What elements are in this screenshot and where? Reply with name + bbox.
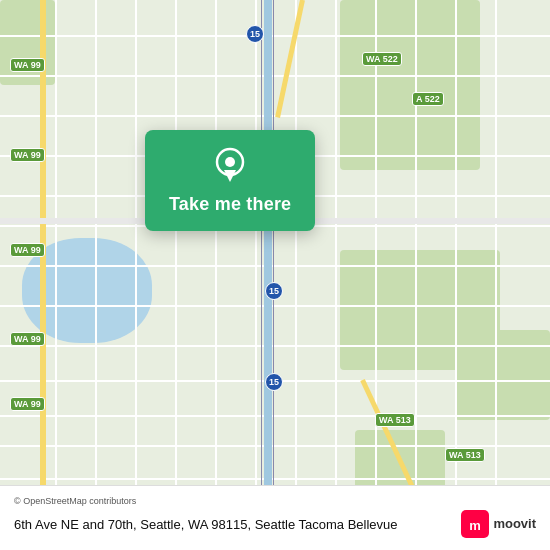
- location-card: Take me there: [145, 130, 315, 231]
- road: [455, 0, 457, 550]
- wa99-shield-5: WA 99: [10, 397, 45, 411]
- road: [273, 0, 274, 550]
- park-area: [0, 0, 55, 85]
- road: [495, 0, 497, 550]
- road: [335, 0, 337, 550]
- park-area: [340, 0, 480, 170]
- i5-shield-bottom: 15: [265, 373, 283, 391]
- i5-interstate: [264, 0, 272, 550]
- road: [175, 0, 177, 550]
- bottom-bar: © OpenStreetMap contributors 6th Ave NE …: [0, 485, 550, 550]
- road: [0, 415, 550, 417]
- attribution-text: © OpenStreetMap contributors: [14, 496, 536, 506]
- wa513-shield-1: WA 513: [375, 413, 415, 427]
- map-container: WA 99 WA 99 WA 99 WA 99 WA 99 WA 522 A 5…: [0, 0, 550, 550]
- address-row: 6th Ave NE and 70th, Seattle, WA 98115, …: [14, 510, 536, 538]
- wa513-shield-2: WA 513: [445, 448, 485, 462]
- road: [0, 345, 550, 347]
- road: [295, 0, 297, 550]
- park-area: [455, 330, 550, 420]
- wa99-shield-3: WA 99: [10, 243, 45, 257]
- road: [95, 0, 97, 550]
- i5-shield-mid: 15: [265, 282, 283, 300]
- svg-marker-2: [224, 170, 236, 182]
- road: [0, 75, 550, 77]
- svg-point-1: [225, 157, 235, 167]
- wa99-highway: [40, 0, 46, 550]
- moovit-label: moovit: [493, 517, 536, 531]
- map-pin-icon: [210, 146, 250, 186]
- wa522-shield-1: WA 522: [362, 52, 402, 66]
- moovit-icon: m: [461, 510, 489, 538]
- i5-shield-top: 15: [246, 25, 264, 43]
- road: [215, 0, 217, 550]
- wa522-highway: [275, 0, 305, 118]
- road: [135, 0, 137, 550]
- road: [375, 0, 377, 550]
- road: [261, 0, 262, 550]
- road: [0, 35, 550, 37]
- wa99-shield-1: WA 99: [10, 58, 45, 72]
- road: [415, 0, 417, 550]
- road: [0, 478, 550, 480]
- wa99-shield-4: WA 99: [10, 332, 45, 346]
- road: [255, 0, 257, 550]
- moovit-logo: m moovit: [461, 510, 536, 538]
- road: [0, 305, 550, 307]
- svg-text:m: m: [470, 518, 482, 533]
- road: [55, 0, 57, 550]
- take-me-there-button[interactable]: Take me there: [169, 194, 291, 215]
- wa522-shield-2: A 522: [412, 92, 444, 106]
- wa99-shield-2: WA 99: [10, 148, 45, 162]
- address-text: 6th Ave NE and 70th, Seattle, WA 98115, …: [14, 517, 461, 532]
- road: [0, 445, 550, 447]
- map-background: WA 99 WA 99 WA 99 WA 99 WA 99 WA 522 A 5…: [0, 0, 550, 550]
- moovit-text: moovit: [493, 517, 536, 531]
- road: [0, 265, 550, 267]
